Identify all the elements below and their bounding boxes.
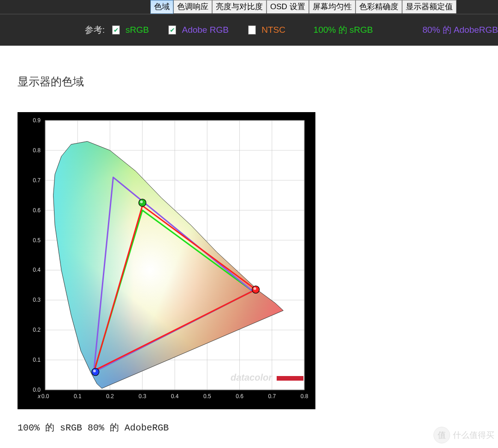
svg-text:0.5: 0.5 (203, 393, 211, 400)
svg-text:0.0: 0.0 (33, 387, 41, 393)
tabs-bar: 色域 色调响应 亮度与对比度 OSD 设置 屏幕均匀性 色彩精确度 显示器额定值 (0, 0, 498, 14)
tab-accuracy[interactable]: 色彩精确度 (356, 0, 402, 13)
caption: 100% 的 sRGB 80% 的 AdobeRGB (18, 421, 498, 434)
svg-point-21 (254, 287, 256, 290)
tab-brightness[interactable]: 亮度与对比度 (212, 0, 267, 13)
page-title: 显示器的色域 (18, 74, 498, 89)
svg-text:0.4: 0.4 (171, 393, 179, 400)
svg-rect-47 (277, 376, 303, 381)
svg-text:0.3: 0.3 (33, 297, 41, 303)
checkbox-ntsc[interactable]: ✔ (248, 25, 256, 35)
reference-label: 参考: (85, 24, 105, 36)
svg-text:0.8: 0.8 (33, 147, 41, 154)
chart-svg: 0.00.10.20.30.40.50.60.70.80.00.10.20.30… (18, 112, 315, 409)
svg-text:0.1: 0.1 (33, 357, 41, 363)
svg-text:0.9: 0.9 (33, 117, 41, 124)
svg-text:0.4: 0.4 (33, 267, 41, 273)
checkbox-adobergb[interactable]: ✔ (168, 25, 176, 35)
svg-text:0.2: 0.2 (33, 327, 41, 333)
watermark: 值 什么值得买 (433, 427, 494, 443)
srgb-label: sRGB (125, 25, 149, 35)
tab-rating[interactable]: 显示器额定值 (402, 0, 456, 13)
svg-text:0.6: 0.6 (33, 207, 41, 214)
watermark-text: 什么值得买 (453, 430, 494, 441)
svg-point-25 (93, 370, 96, 372)
tab-osd[interactable]: OSD 设置 (267, 0, 309, 13)
reference-row: 参考: ✔ sRGB ✔ Adobe RGB ✔ NTSC 100% 的 sRG… (0, 14, 498, 46)
svg-text:datacolor: datacolor (231, 372, 273, 382)
svg-text:x: x (37, 393, 41, 400)
svg-text:0.1: 0.1 (74, 393, 82, 400)
svg-text:0.0: 0.0 (42, 393, 49, 400)
tab-tone[interactable]: 色调响应 (173, 0, 212, 13)
svg-text:0.5: 0.5 (33, 237, 41, 244)
svg-text:0.7: 0.7 (33, 177, 41, 184)
svg-text:0.8: 0.8 (301, 393, 308, 400)
svg-point-23 (140, 200, 143, 203)
watermark-icon: 值 (433, 427, 450, 443)
adobergb-label: Adobe RGB (182, 25, 228, 35)
result-srgb: 100% 的 sRGB (314, 24, 373, 36)
gamut-chart: 0.00.10.20.30.40.50.60.70.80.00.10.20.30… (18, 112, 315, 409)
tab-gamut[interactable]: 色域 (150, 0, 173, 14)
result-adobergb: 80% 的 AdobeRGB (422, 24, 498, 36)
svg-text:0.2: 0.2 (106, 393, 114, 400)
svg-text:0.7: 0.7 (268, 393, 276, 400)
checkbox-srgb[interactable]: ✔ (112, 25, 120, 35)
tab-uniformity[interactable]: 屏幕均匀性 (309, 0, 356, 13)
ntsc-label: NTSC (261, 25, 285, 35)
svg-text:0.3: 0.3 (138, 393, 146, 400)
svg-text:0.6: 0.6 (236, 393, 243, 400)
